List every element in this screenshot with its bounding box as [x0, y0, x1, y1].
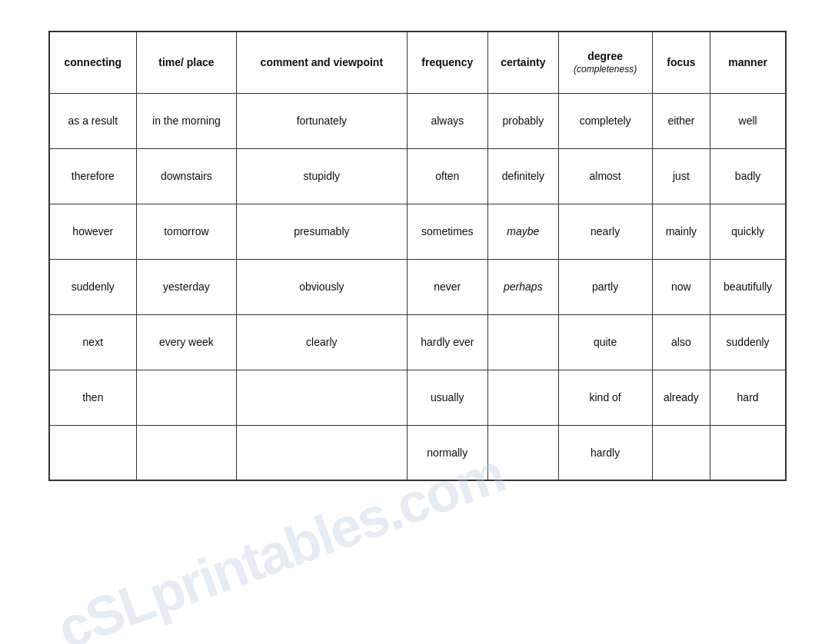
cell-focus: just — [652, 148, 710, 204]
adverbs-table: connecting time/ place comment and viewp… — [48, 31, 787, 481]
cell-manner: badly — [710, 148, 786, 204]
cell-focus: also — [652, 314, 710, 370]
cell-focus — [652, 425, 710, 480]
cell-connecting: next — [49, 314, 136, 370]
cell-manner — [710, 425, 786, 480]
header-degree-label: degree — [587, 50, 623, 62]
cell-comment_viewpoint: obviously — [237, 259, 407, 314]
cell-time_place: every week — [136, 314, 237, 370]
cell-frequency: often — [407, 148, 488, 204]
cell-manner: hard — [710, 370, 786, 425]
cell-certainty: perhaps — [488, 259, 559, 314]
cell-time_place: downstairs — [136, 148, 237, 204]
cell-time_place: in the morning — [136, 93, 237, 148]
table-row: howevertomorrowpresumablysometimesmayben… — [49, 204, 786, 259]
cell-time_place — [136, 425, 237, 480]
cell-comment_viewpoint — [237, 425, 407, 480]
cell-connecting: as a result — [49, 93, 136, 148]
header-comment-viewpoint: comment and viewpoint — [237, 32, 407, 93]
header-degree-sub: (completeness) — [574, 64, 637, 75]
cell-manner: suddenly — [710, 314, 786, 370]
cell-frequency: never — [407, 259, 488, 314]
header-focus: focus — [652, 32, 710, 93]
cell-degree: nearly — [558, 204, 652, 259]
cell-certainty: probably — [488, 93, 559, 148]
cell-focus: already — [652, 370, 710, 425]
cell-focus: either — [652, 93, 710, 148]
header-manner: manner — [710, 32, 786, 93]
cell-degree: almost — [558, 148, 652, 204]
main-table-wrapper: connecting time/ place comment and viewp… — [48, 31, 787, 481]
table-row: normallyhardly — [49, 425, 786, 480]
cell-time_place — [136, 370, 237, 425]
cell-connecting: suddenly — [49, 259, 136, 314]
cell-connecting — [49, 425, 136, 480]
cell-comment_viewpoint: clearly — [237, 314, 407, 370]
header-connecting: connecting — [49, 32, 136, 93]
cell-comment_viewpoint: fortunately — [237, 93, 407, 148]
cell-frequency: always — [407, 93, 488, 148]
cell-frequency: normally — [407, 425, 488, 480]
header-comment-label: comment and viewpoint — [261, 56, 383, 68]
header-time-place: time/ place — [136, 32, 237, 93]
table-row: thenusuallykind ofalreadyhard — [49, 370, 786, 425]
cell-connecting: however — [49, 204, 136, 259]
cell-degree: hardly — [558, 425, 652, 480]
table-body: as a resultin the morningfortunatelyalwa… — [49, 93, 786, 480]
table-row: as a resultin the morningfortunatelyalwa… — [49, 93, 786, 148]
cell-comment_viewpoint: presumably — [237, 204, 407, 259]
cell-frequency: hardly ever — [407, 314, 488, 370]
cell-focus: now — [652, 259, 710, 314]
cell-degree: kind of — [558, 370, 652, 425]
table-row: suddenlyyesterdayobviouslyneverperhapspa… — [49, 259, 786, 314]
cell-certainty — [488, 314, 559, 370]
cell-frequency: sometimes — [407, 204, 488, 259]
cell-manner: well — [710, 93, 786, 148]
header-frequency: frequency — [407, 32, 488, 93]
cell-manner: quickly — [710, 204, 786, 259]
cell-connecting: therefore — [49, 148, 136, 204]
cell-manner: beautifully — [710, 259, 786, 314]
cell-certainty: definitely — [488, 148, 559, 204]
cell-comment_viewpoint — [237, 370, 407, 425]
cell-frequency: usually — [407, 370, 488, 425]
cell-time_place: tomorrow — [136, 204, 237, 259]
cell-degree: completely — [558, 93, 652, 148]
cell-time_place: yesterday — [136, 259, 237, 314]
cell-certainty — [488, 425, 559, 480]
cell-certainty: maybe — [488, 204, 559, 259]
cell-degree: partly — [558, 259, 652, 314]
table-row: thereforedownstairsstupidlyoftendefinite… — [49, 148, 786, 204]
cell-degree: quite — [558, 314, 652, 370]
header-degree: degree (completeness) — [558, 32, 652, 93]
table-row: nextevery weekclearlyhardly everquiteals… — [49, 314, 786, 370]
header-row: connecting time/ place comment and viewp… — [49, 32, 786, 93]
cell-comment_viewpoint: stupidly — [237, 148, 407, 204]
cell-certainty — [488, 370, 559, 425]
cell-connecting: then — [49, 370, 136, 425]
header-certainty: certainty — [488, 32, 559, 93]
cell-focus: mainly — [652, 204, 710, 259]
